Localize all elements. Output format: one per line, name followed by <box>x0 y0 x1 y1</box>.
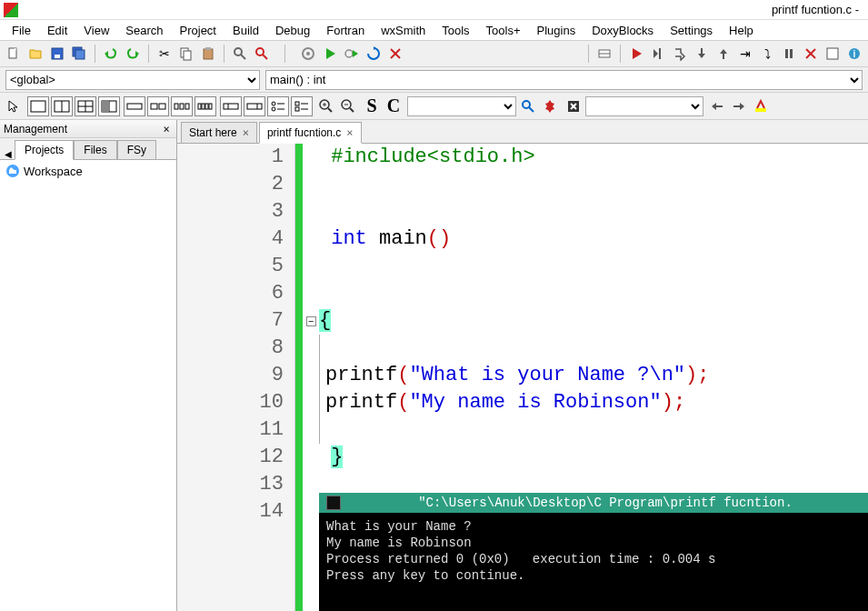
code-str1: "What is your Name ?\n" <box>409 364 685 386</box>
debug-windows-button[interactable] <box>823 44 843 64</box>
scope-select[interactable]: <global> <box>5 70 260 90</box>
step-into-instr-button[interactable]: ⤵ <box>757 44 777 64</box>
slot1-button[interactable] <box>220 96 242 116</box>
code-int-kw: int <box>331 227 367 250</box>
next-instr-button[interactable]: ⇥ <box>735 44 755 64</box>
abort-button[interactable] <box>385 44 405 64</box>
stop-debug-button[interactable] <box>801 44 821 64</box>
step-into-button[interactable] <box>692 44 712 64</box>
save-button[interactable] <box>47 44 67 64</box>
run-to-cursor-button[interactable] <box>648 44 668 64</box>
save-all-button[interactable] <box>69 44 89 64</box>
grid2-button[interactable] <box>51 96 73 116</box>
cut-button[interactable]: ✂ <box>155 44 175 64</box>
build-button[interactable] <box>298 44 318 64</box>
menu-wxsmith[interactable]: wxSmith <box>373 22 434 39</box>
menu-help[interactable]: Help <box>721 22 762 39</box>
menu-debug[interactable]: Debug <box>267 22 318 39</box>
check-list-button[interactable] <box>291 96 313 116</box>
menu-fortran[interactable]: Fortran <box>318 22 373 39</box>
grid4-button[interactable] <box>75 96 96 116</box>
rebuild-button[interactable] <box>364 44 384 64</box>
menu-project[interactable]: Project <box>172 22 224 39</box>
tabs-left-arrow[interactable]: ◀ <box>2 149 15 159</box>
search-button[interactable] <box>518 96 538 116</box>
line-number: 7 <box>177 307 284 335</box>
svg-rect-69 <box>295 107 299 111</box>
menu-plugins[interactable]: Plugins <box>529 22 584 39</box>
function-select[interactable]: main() : int <box>265 70 863 90</box>
code-semi2: ; <box>673 391 685 414</box>
info-button[interactable]: i <box>844 44 864 64</box>
redo-button[interactable] <box>123 44 143 64</box>
menu-tools[interactable]: Tools <box>434 22 477 39</box>
search-combo1[interactable] <box>407 96 516 116</box>
menu-build[interactable]: Build <box>224 22 267 39</box>
options-button[interactable] <box>540 96 560 116</box>
menu-tools+[interactable]: Tools+ <box>478 22 529 39</box>
search-combo2[interactable] <box>585 96 703 116</box>
line-number: 14 <box>177 498 284 526</box>
menu-view[interactable]: View <box>75 22 117 39</box>
app-icon <box>4 3 18 17</box>
nav-forward-button[interactable] <box>729 96 749 116</box>
zoom-in-button[interactable] <box>316 96 336 116</box>
grid-half-button[interactable] <box>98 96 120 116</box>
build-run-button[interactable] <box>342 44 362 64</box>
target-select-button[interactable] <box>594 44 614 64</box>
svg-rect-37 <box>827 48 838 59</box>
management-tabs: ◀ Projects Files FSy <box>0 138 176 160</box>
workspace-item[interactable]: Workspace <box>5 164 171 178</box>
run-button[interactable] <box>320 44 340 64</box>
code-pc2: ) <box>662 391 673 414</box>
nav-back-button[interactable] <box>707 96 727 116</box>
tab-files[interactable]: Files <box>74 140 116 160</box>
tab-printf-file[interactable]: printf fucntion.c× <box>259 122 362 144</box>
menu-bar: FileEditViewSearchProjectBuildDebugFortr… <box>0 20 868 40</box>
window-title: printf fucntion.c - <box>24 3 864 16</box>
hbox4-button[interactable] <box>195 96 216 116</box>
open-file-button[interactable] <box>25 44 45 64</box>
hbox-button[interactable] <box>124 96 145 116</box>
step-out-button[interactable] <box>713 44 733 64</box>
svg-line-77 <box>350 108 354 112</box>
menu-settings[interactable]: Settings <box>662 22 721 39</box>
find-button[interactable] <box>230 44 250 64</box>
fold-toggle[interactable]: − <box>306 316 316 326</box>
close-icon[interactable]: × <box>346 126 353 139</box>
line-number: 5 <box>177 253 284 280</box>
svg-rect-3 <box>55 55 60 58</box>
tab-start-here[interactable]: Start here× <box>181 122 257 144</box>
debug-run-button[interactable] <box>626 44 646 64</box>
clear-button[interactable] <box>564 96 584 116</box>
management-close-button[interactable]: × <box>160 123 173 135</box>
zoom-out-button[interactable] <box>338 96 358 116</box>
box-button[interactable] <box>27 96 49 116</box>
c-format-button[interactable]: C <box>384 95 404 116</box>
slot2-button[interactable] <box>244 96 265 116</box>
s-format-button[interactable]: S <box>362 95 382 116</box>
next-line-button[interactable] <box>670 44 690 64</box>
console-output[interactable]: What is your Name ? My name is Robinson … <box>319 513 868 611</box>
new-file-button[interactable] <box>4 44 24 64</box>
replace-button[interactable] <box>252 44 272 64</box>
radio-list-button[interactable] <box>267 96 289 116</box>
undo-button[interactable] <box>101 44 121 64</box>
tab-projects[interactable]: Projects <box>15 140 74 160</box>
menu-file[interactable]: File <box>4 22 39 39</box>
menu-doxyblocks[interactable]: DoxyBlocks <box>584 22 662 39</box>
select-button[interactable] <box>4 96 24 116</box>
console-titlebar[interactable]: "C:\Users\Anuk\Desktop\C Program\printf … <box>319 493 868 513</box>
highlight-button[interactable] <box>751 96 771 116</box>
break-button[interactable] <box>779 44 799 64</box>
menu-search[interactable]: Search <box>117 22 171 39</box>
tab-fsy[interactable]: FSy <box>117 140 156 160</box>
copy-button[interactable] <box>176 44 196 64</box>
menu-edit[interactable]: Edit <box>39 22 75 39</box>
code-include: #include<stdio.h> <box>331 145 534 168</box>
management-panel: Management × ◀ Projects Files FSy Worksp… <box>0 120 177 611</box>
hbox2-button[interactable] <box>147 96 169 116</box>
close-icon[interactable]: × <box>243 126 249 139</box>
paste-button[interactable] <box>198 44 218 64</box>
hbox3-button[interactable] <box>171 96 193 116</box>
